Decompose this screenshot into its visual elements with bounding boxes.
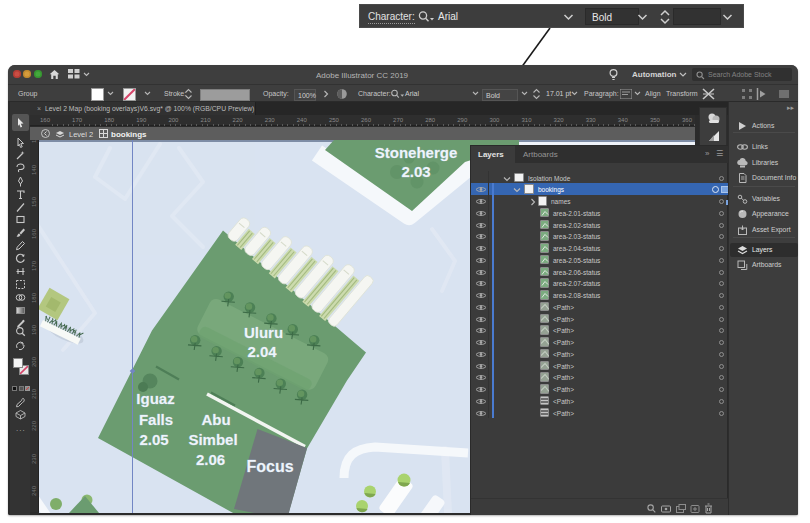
svg-text:Falls: Falls	[139, 411, 173, 428]
svg-text:Stoneherge: Stoneherge	[375, 144, 458, 161]
svg-text:2.03: 2.03	[401, 163, 430, 180]
svg-text:Iguaz: Iguaz	[136, 390, 174, 407]
svg-text:2.05: 2.05	[139, 431, 168, 448]
svg-text:Focus: Focus	[246, 458, 293, 475]
svg-text:2.06: 2.06	[196, 451, 225, 468]
svg-text:Abu: Abu	[201, 411, 230, 428]
svg-text:Simbel: Simbel	[188, 431, 237, 448]
svg-text:Uluru: Uluru	[244, 324, 283, 341]
svg-text:2.04: 2.04	[247, 343, 277, 360]
